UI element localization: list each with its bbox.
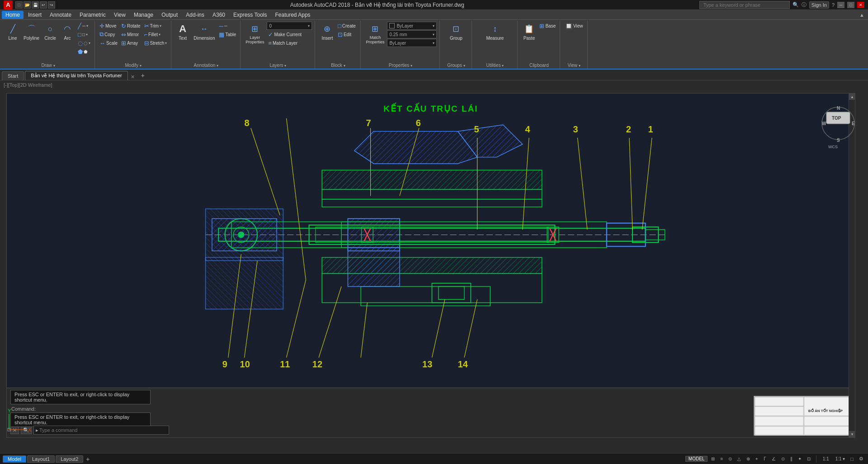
menu-home[interactable]: Home: [2, 11, 24, 19]
svg-text:4: 4: [525, 124, 531, 134]
layer-properties-button[interactable]: ⊞ LayerProperties: [244, 22, 266, 46]
rotate-button[interactable]: ↻Rotate: [120, 22, 142, 30]
match-properties-button[interactable]: ⊞ MatchProperties: [364, 22, 386, 46]
status-sel-toggle[interactable]: ⊡: [805, 456, 812, 461]
scale-display[interactable]: 1:1: [820, 456, 832, 461]
match-layer-button[interactable]: ≡Match Layer: [267, 39, 312, 47]
tab-layout2[interactable]: Layout2: [56, 455, 83, 463]
svg-text:X: X: [28, 427, 32, 432]
text-button[interactable]: A Text: [175, 22, 191, 42]
ribbon-minimize[interactable]: ▲: [858, 11, 866, 19]
menu-express-tools[interactable]: Express Tools: [230, 11, 270, 19]
fillet-button[interactable]: ⌐Fillet▾: [143, 30, 169, 38]
view-more-1[interactable]: 🔲View: [564, 22, 585, 30]
status-dyn-toggle[interactable]: ∠: [770, 456, 778, 461]
status-ortho-toggle[interactable]: ⊙: [726, 456, 734, 461]
svg-rect-12: [212, 219, 277, 251]
viewport-maximize[interactable]: □: [849, 456, 855, 462]
linetype-dropdown[interactable]: ByLayer▾: [387, 39, 437, 47]
copy-button[interactable]: ⧉Copy: [98, 30, 119, 38]
menu-manage[interactable]: Manage: [130, 11, 157, 19]
workspace-switch[interactable]: ⚙: [857, 456, 865, 462]
status-tspace-toggle[interactable]: ∥: [788, 456, 794, 461]
scale-button[interactable]: ⊞Array: [120, 39, 142, 47]
layer-dropdown[interactable]: 0▾: [267, 22, 312, 30]
quick-access-new[interactable]: □: [15, 1, 23, 9]
drawing-area[interactable]: KẾT CẤU TRỤC LÁI: [6, 93, 855, 438]
measure-button[interactable]: ↕ Measure: [484, 22, 505, 42]
svg-rect-13: [348, 219, 399, 251]
annotation-scale[interactable]: 1:1 ▾: [834, 456, 847, 461]
paste-button[interactable]: 📋 Paste: [521, 22, 537, 42]
annotation-more-2[interactable]: ▦Table: [217, 30, 237, 38]
menu-insert[interactable]: Insert: [24, 11, 45, 19]
info-icon[interactable]: ⓘ: [802, 1, 807, 8]
menu-addins[interactable]: Add-ins: [182, 11, 208, 19]
group-button[interactable]: ⊡ Group: [448, 22, 464, 42]
draw-more-4[interactable]: ⬟⬟: [76, 47, 92, 56]
status-polar-toggle[interactable]: △: [736, 456, 743, 461]
scroll-down-button[interactable]: ▼: [849, 431, 855, 437]
command-input[interactable]: [39, 427, 167, 433]
menu-view[interactable]: View: [110, 11, 129, 19]
annotation-more-1[interactable]: ──: [217, 22, 237, 30]
sign-in-button[interactable]: Sign In: [809, 1, 829, 9]
trim-button[interactable]: ✂Trim▾: [143, 22, 169, 30]
coordinate-axes: Y X: [5, 407, 32, 435]
line-button[interactable]: ╱ Line: [5, 22, 21, 42]
status-grid-toggle[interactable]: ⊞: [709, 456, 717, 461]
draw-more-2[interactable]: □□▾: [76, 30, 92, 38]
array-button[interactable]: ⊟Stretch▾: [143, 39, 169, 47]
help-icon[interactable]: ?: [832, 2, 835, 8]
draw-more-1[interactable]: ╱─▾: [76, 22, 92, 30]
polyline-button[interactable]: ⌒ Polyline: [22, 22, 41, 42]
svg-rect-33: [348, 248, 399, 286]
make-current-button[interactable]: ✓Make Current: [267, 30, 312, 38]
menu-parametric[interactable]: Parametric: [76, 11, 109, 19]
menu-a360[interactable]: A360: [209, 11, 229, 19]
tab-active-doc[interactable]: Bản vẽ Hệ thống lái trên Toyota Fortuner: [25, 71, 127, 80]
insert-button[interactable]: ⊕ Insert: [319, 22, 335, 42]
tab-add-layout[interactable]: +: [84, 455, 91, 463]
svg-text:14: 14: [458, 359, 468, 369]
draw-group: ╱ Line ⌒ Polyline ○ Circle ◠ Arc ╱─▾ □□▾…: [2, 21, 95, 69]
quick-access-open[interactable]: 📂: [24, 1, 31, 9]
menu-featured-apps[interactable]: Featured Apps: [272, 11, 314, 19]
viewcube-svg[interactable]: N S E W TOP WCS: [820, 89, 856, 148]
restore-button[interactable]: □: [847, 2, 854, 8]
search-input[interactable]: [699, 1, 790, 9]
block-more-2[interactable]: ⊡Edit: [336, 30, 357, 38]
tab-start[interactable]: Start: [2, 71, 24, 80]
arc-button[interactable]: ◠ Arc: [59, 22, 75, 42]
tab-layout1[interactable]: Layout1: [27, 455, 55, 463]
tab-add-button[interactable]: +: [137, 71, 148, 80]
mirror-button[interactable]: ⇔Mirror: [120, 30, 142, 38]
tab-close[interactable]: ✕: [129, 74, 137, 80]
dimension-button[interactable]: ↔ Dimension: [192, 22, 217, 42]
svg-line-50: [432, 300, 445, 358]
status-snap-toggle[interactable]: ≡: [718, 456, 725, 461]
quick-access-redo[interactable]: ↪: [48, 1, 55, 9]
status-lweight-toggle[interactable]: ⊙: [779, 456, 787, 461]
stretch-button[interactable]: ↔Scale: [98, 39, 119, 47]
circle-button[interactable]: ○ Circle: [42, 22, 58, 42]
status-osnap-toggle[interactable]: ⊕: [745, 456, 752, 461]
tab-model[interactable]: Model: [3, 455, 26, 463]
menu-annotate[interactable]: Annotate: [46, 11, 75, 19]
model-indicator[interactable]: MODEL: [685, 456, 708, 462]
base-button[interactable]: ⊞Base: [538, 22, 557, 30]
status-qprop-toggle[interactable]: ✦: [796, 456, 803, 461]
close-button[interactable]: ✕: [857, 2, 864, 8]
menu-output[interactable]: Output: [158, 11, 181, 19]
draw-more-3[interactable]: ◌◌▾: [76, 39, 92, 47]
move-button[interactable]: ✛Move: [98, 22, 119, 30]
status-bar: Model Layout1 Layout2 + MODEL ⊞ ≡ ⊙ △ ⊕ …: [0, 453, 868, 464]
status-ducs-toggle[interactable]: Γ: [762, 456, 768, 461]
status-otrack-toggle[interactable]: ⌖: [754, 456, 760, 462]
lineweight-dropdown[interactable]: 0.25 mm▾: [387, 30, 437, 38]
block-more-1[interactable]: □Create: [336, 22, 357, 30]
minimize-button[interactable]: ─: [837, 2, 844, 8]
quick-access-undo[interactable]: ↩: [40, 1, 47, 9]
quick-access-save[interactable]: 💾: [32, 1, 39, 9]
color-dropdown[interactable]: ByLayer▾: [387, 22, 437, 30]
